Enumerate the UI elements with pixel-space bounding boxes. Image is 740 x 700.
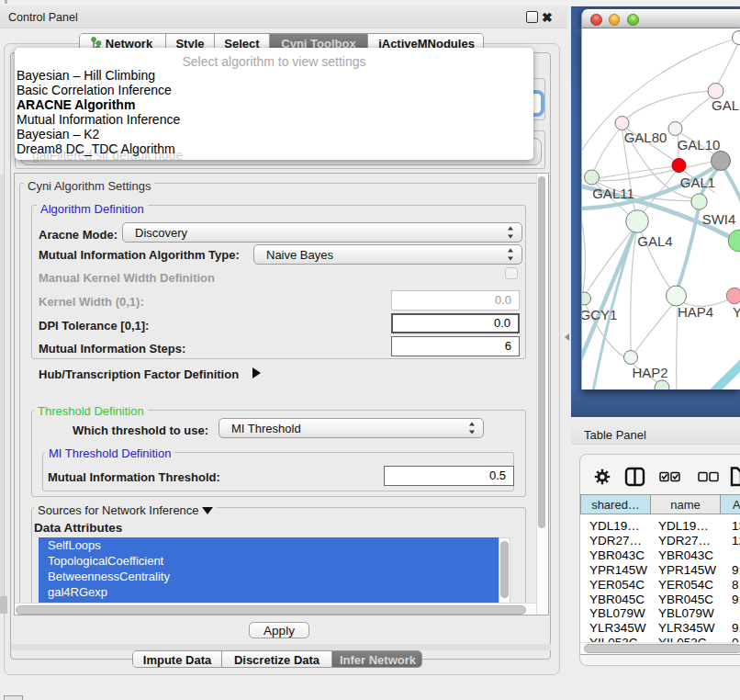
svg-text:HAP4: HAP4 [678, 304, 713, 320]
svg-text:GAL11: GAL11 [592, 186, 634, 201]
svg-text:GALS: GALS [712, 97, 740, 113]
svg-text:Y: Y [733, 304, 740, 320]
svg-text:GCY1: GCY1 [582, 307, 617, 322]
svg-text:GAL4: GAL4 [637, 233, 672, 249]
svg-text:GAL10: GAL10 [678, 137, 721, 152]
svg-text:HAP2: HAP2 [632, 365, 667, 380]
svg-text:SWI4: SWI4 [702, 211, 736, 227]
svg-text:GAL1: GAL1 [680, 175, 715, 190]
svg-text:GAL80: GAL80 [624, 130, 667, 145]
